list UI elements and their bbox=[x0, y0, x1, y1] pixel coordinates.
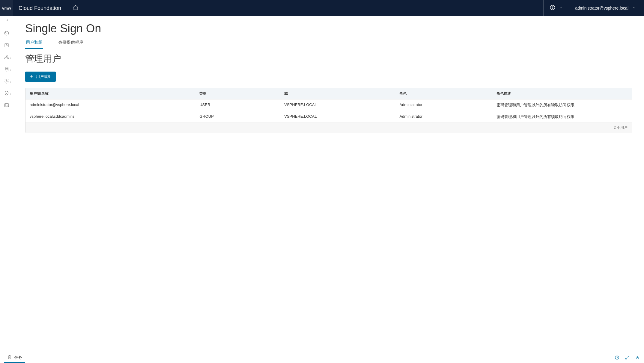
page-title: Single Sign On bbox=[25, 22, 632, 35]
help-dropdown[interactable] bbox=[543, 0, 569, 16]
nav-settings[interactable] bbox=[0, 78, 13, 85]
svg-rect-5 bbox=[6, 55, 7, 56]
vmw-logo: vmw bbox=[0, 0, 13, 16]
top-bar-right: administrator@vsphere.local bbox=[543, 0, 639, 16]
bottom-bar: 任务 bbox=[0, 353, 644, 363]
home-button[interactable] bbox=[68, 0, 83, 16]
nav-security[interactable] bbox=[0, 90, 13, 97]
clipboard-icon bbox=[7, 355, 12, 361]
help-icon[interactable] bbox=[615, 355, 619, 361]
add-button-label: 用户或组 bbox=[36, 74, 52, 79]
svg-rect-6 bbox=[4, 58, 6, 59]
sidebar bbox=[0, 16, 13, 353]
help-icon bbox=[550, 4, 556, 12]
cell-desc: 密码管理和用户管理以外的所有读取访问权限 bbox=[492, 111, 632, 122]
gauge-icon bbox=[4, 31, 9, 37]
tree-icon bbox=[4, 55, 9, 61]
inventory-icon bbox=[4, 43, 9, 49]
body: Single Sign On 用户和组 身份提供程序 管理用户 用户或组 用户/… bbox=[0, 16, 644, 353]
collapse-up-icon[interactable] bbox=[635, 355, 640, 361]
cell-type: USER bbox=[195, 99, 280, 110]
nav-storage[interactable] bbox=[0, 66, 13, 73]
svg-point-8 bbox=[5, 67, 8, 69]
plus-icon bbox=[29, 74, 34, 79]
nav-developer[interactable] bbox=[0, 102, 13, 109]
col-header-name[interactable]: 用户/组名称 bbox=[25, 88, 195, 99]
cell-domain: VSPHERE.LOCAL bbox=[280, 111, 395, 122]
home-icon bbox=[73, 4, 79, 12]
user-dropdown[interactable]: administrator@vsphere.local bbox=[569, 0, 639, 16]
table-footer: 2 个用户 bbox=[25, 123, 632, 133]
shield-icon bbox=[4, 90, 9, 97]
table-row[interactable]: vsphere.local\sddcadmins GROUP VSPHERE.L… bbox=[25, 111, 632, 123]
tasks-label: 任务 bbox=[14, 355, 22, 360]
nav-hierarchy[interactable] bbox=[0, 55, 13, 61]
tab-users-groups[interactable]: 用户和组 bbox=[25, 37, 43, 49]
svg-point-9 bbox=[6, 81, 7, 82]
bottom-bar-right bbox=[615, 355, 640, 361]
add-user-group-button[interactable]: 用户或组 bbox=[25, 72, 56, 82]
chevron-right-icon bbox=[9, 91, 12, 96]
cell-role: Administrator bbox=[395, 111, 492, 122]
chevron-down-icon bbox=[559, 5, 563, 11]
svg-point-14 bbox=[617, 359, 617, 359]
svg-point-1 bbox=[553, 9, 553, 9]
tab-identity-providers[interactable]: 身份提供程序 bbox=[58, 37, 84, 49]
col-header-desc[interactable]: 角色描述 bbox=[492, 88, 632, 99]
section-title: 管理用户 bbox=[25, 53, 632, 65]
chevron-right-icon bbox=[9, 79, 12, 84]
sidebar-expand-button[interactable] bbox=[0, 16, 13, 25]
top-bar: vmw Cloud Foundation administrator@vsphe… bbox=[0, 0, 644, 16]
table-header: 用户/组名称 类型 域 角色 角色描述 bbox=[25, 88, 632, 99]
table-row[interactable]: administrator@vsphere.local USER VSPHERE… bbox=[25, 99, 632, 111]
chevron-down-icon bbox=[632, 6, 636, 11]
cell-desc: 密码管理和用户管理以外的所有读取访问权限 bbox=[492, 99, 632, 111]
sidebar-nav bbox=[0, 25, 13, 109]
nav-dashboard[interactable] bbox=[0, 31, 13, 37]
svg-rect-10 bbox=[4, 104, 9, 107]
cell-role: Administrator bbox=[395, 99, 492, 110]
cell-domain: VSPHERE.LOCAL bbox=[280, 99, 395, 110]
tasks-tab[interactable]: 任务 bbox=[4, 353, 25, 363]
terminal-icon bbox=[4, 102, 9, 109]
expand-icon[interactable] bbox=[625, 355, 630, 361]
main-content: Single Sign On 用户和组 身份提供程序 管理用户 用户或组 用户/… bbox=[13, 16, 644, 353]
col-header-domain[interactable]: 域 bbox=[280, 88, 395, 99]
gear-icon bbox=[4, 78, 9, 85]
chevron-right-icon bbox=[9, 67, 12, 72]
col-header-role[interactable]: 角色 bbox=[395, 88, 492, 99]
svg-rect-7 bbox=[7, 58, 9, 59]
svg-point-4 bbox=[6, 45, 7, 46]
svg-rect-3 bbox=[5, 43, 8, 47]
cell-name: vsphere.local\sddcadmins bbox=[25, 111, 195, 122]
chevron-right-icon bbox=[9, 55, 12, 60]
cell-name: administrator@vsphere.local bbox=[25, 99, 195, 110]
col-header-type[interactable]: 类型 bbox=[195, 88, 280, 99]
users-table: 用户/组名称 类型 域 角色 角色描述 administrator@vspher… bbox=[25, 88, 632, 133]
user-label: administrator@vsphere.local bbox=[575, 6, 628, 10]
tabs: 用户和组 身份提供程序 bbox=[25, 37, 632, 49]
top-bar-left: vmw Cloud Foundation bbox=[0, 0, 83, 16]
product-name: Cloud Foundation bbox=[13, 5, 68, 11]
cell-type: GROUP bbox=[195, 111, 280, 122]
database-icon bbox=[4, 66, 9, 73]
double-chevron-right-icon bbox=[4, 18, 9, 23]
nav-inventory[interactable] bbox=[0, 43, 13, 49]
